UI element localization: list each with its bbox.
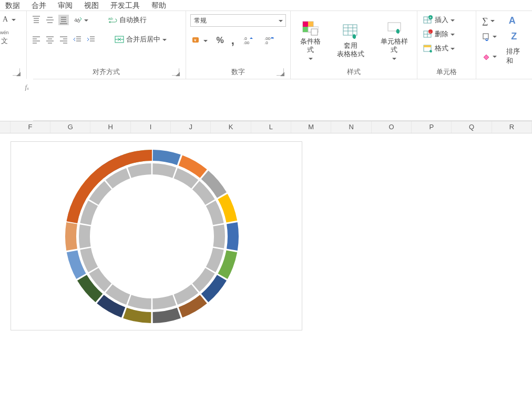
- tab-merge[interactable]: 合并: [32, 0, 46, 11]
- wrap-text-label: 自动换行: [119, 15, 147, 25]
- svg-text:.00: .00: [243, 40, 250, 45]
- column-header[interactable]: N: [331, 121, 371, 133]
- column-header[interactable]: O: [372, 121, 412, 133]
- percent-button[interactable]: %: [216, 36, 223, 45]
- table-format-button[interactable]: 套用 表格格式: [335, 24, 366, 58]
- orientation-button[interactable]: ab: [72, 15, 89, 25]
- formula-input[interactable]: [33, 79, 532, 121]
- delete-label: 删除: [435, 29, 448, 39]
- align-bottom-icon[interactable]: [58, 15, 69, 25]
- svg-rect-63: [483, 34, 488, 39]
- ribbon: A wén 文 ab: [0, 11, 532, 79]
- tab-developer[interactable]: 开发工具: [110, 0, 140, 11]
- dialog-launcher-icon[interactable]: [13, 68, 20, 76]
- column-header[interactable]: I: [131, 121, 171, 133]
- pinyin-label: wén: [0, 30, 9, 35]
- svg-rect-44: [311, 29, 318, 35]
- comma-button[interactable]: ,: [231, 37, 234, 44]
- chevron-down-icon[interactable]: [12, 18, 15, 22]
- align-middle-icon[interactable]: [45, 15, 55, 25]
- align-center-icon[interactable]: [45, 34, 55, 45]
- clear-button[interactable]: 排序和: [480, 46, 528, 67]
- insert-label: 插入: [435, 15, 448, 25]
- indent-increase-icon[interactable]: [86, 34, 96, 45]
- dialog-launcher-icon[interactable]: [172, 68, 179, 76]
- align-left-icon[interactable]: [31, 34, 42, 45]
- tab-help[interactable]: 帮助: [151, 0, 166, 11]
- svg-text:ab: ab: [108, 16, 113, 21]
- accounting-format-button[interactable]: ¥: [190, 35, 209, 46]
- svg-rect-42: [303, 27, 308, 32]
- align-top-icon[interactable]: [31, 15, 42, 25]
- font-size-dec-icon[interactable]: A: [0, 14, 11, 25]
- hanzi-label: 文: [1, 38, 8, 44]
- decrease-decimal-button[interactable]: .00.0: [263, 35, 277, 46]
- svg-text:.0: .0: [264, 40, 268, 45]
- column-header[interactable]: J: [171, 121, 211, 133]
- formula-bar: fx: [0, 79, 532, 121]
- doughnut-chart: [64, 148, 240, 325]
- svg-text:¥: ¥: [193, 38, 197, 43]
- group-cells-label: 单元格: [436, 68, 457, 76]
- column-header[interactable]: P: [412, 121, 452, 133]
- column-header[interactable]: R: [492, 121, 532, 133]
- svg-text:+: +: [429, 15, 432, 20]
- fx-icon[interactable]: fx: [25, 83, 29, 91]
- column-header[interactable]: F: [11, 121, 50, 133]
- tab-view[interactable]: 视图: [84, 0, 99, 11]
- svg-rect-40: [303, 22, 308, 27]
- conditional-format-button[interactable]: 条件格式: [295, 19, 325, 63]
- delete-cells-button[interactable]: - 删除: [422, 28, 456, 40]
- autosum-button[interactable]: ∑ A: [480, 14, 517, 27]
- indent-decrease-icon[interactable]: [72, 34, 83, 45]
- fill-button[interactable]: Z: [480, 30, 518, 43]
- cell-style-label: 单元格样式: [381, 37, 408, 54]
- svg-text:-: -: [429, 29, 431, 34]
- worksheet-grid[interactable]: [0, 133, 532, 404]
- group-styles-label: 样式: [347, 68, 361, 76]
- format-cells-button[interactable]: 格式: [422, 43, 456, 54]
- column-header[interactable]: G: [50, 121, 90, 133]
- tab-review[interactable]: 审阅: [58, 0, 73, 11]
- phonetic-guide-button[interactable]: wén 文: [0, 30, 9, 44]
- svg-rect-62: [424, 45, 431, 47]
- number-format-select[interactable]: 常规: [190, 14, 286, 27]
- column-header[interactable]: Q: [452, 121, 492, 133]
- format-label: 格式: [435, 44, 448, 53]
- column-header[interactable]: K: [211, 121, 251, 133]
- group-align-label: 对齐方式: [93, 68, 120, 76]
- svg-rect-41: [308, 22, 313, 27]
- group-number-label: 数字: [231, 68, 245, 76]
- tab-data[interactable]: 数据: [5, 0, 20, 11]
- sort-label: 排序和: [506, 47, 526, 66]
- column-headers[interactable]: FGHIJKLMNOPQR: [0, 121, 532, 133]
- wrap-text-button[interactable]: ab 自动换行: [106, 14, 148, 26]
- chevron-down-icon: [279, 19, 282, 23]
- increase-decimal-button[interactable]: .0.00: [242, 35, 255, 46]
- column-header[interactable]: H: [90, 121, 130, 133]
- align-right-icon[interactable]: [58, 34, 69, 45]
- column-header[interactable]: M: [291, 121, 331, 133]
- table-format-label: 套用 表格格式: [337, 42, 364, 58]
- svg-rect-45: [343, 25, 357, 35]
- merge-center-label: 合并后居中: [126, 35, 160, 44]
- insert-cells-button[interactable]: + 插入: [422, 14, 456, 26]
- dialog-launcher-icon[interactable]: [277, 68, 284, 76]
- cell-style-button[interactable]: 单元格样式: [376, 19, 413, 63]
- cond-format-label: 条件格式: [300, 37, 321, 54]
- tab-strip: 数据 合并 审阅 视图 开发工具 帮助: [0, 0, 532, 11]
- chart-object[interactable]: [11, 141, 302, 330]
- column-header[interactable]: L: [251, 121, 291, 133]
- number-format-value: 常规: [194, 16, 207, 25]
- merge-center-button[interactable]: 合并后居中: [113, 34, 168, 45]
